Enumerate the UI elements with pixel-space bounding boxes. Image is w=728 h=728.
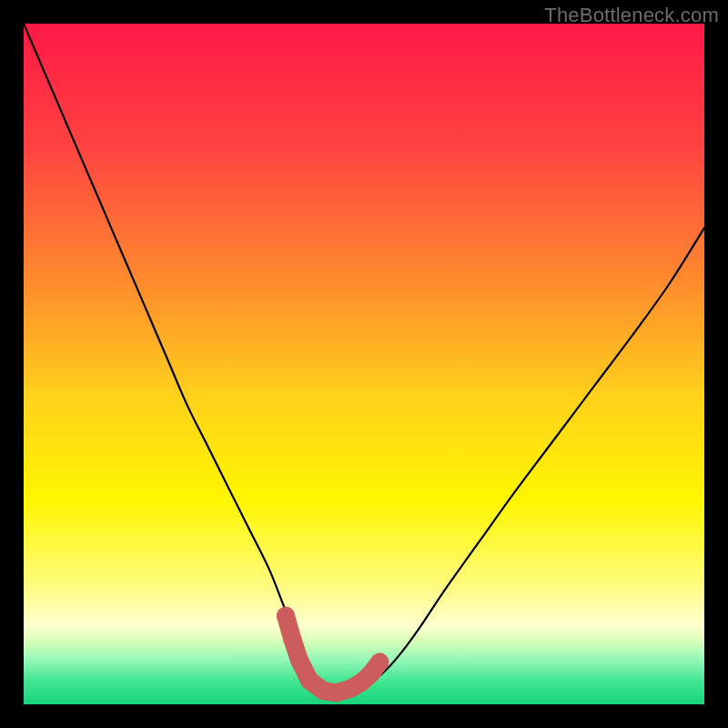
trough-dot	[290, 651, 308, 669]
chart-svg	[24, 24, 704, 704]
trough-dot	[277, 607, 295, 625]
trough-dot	[283, 631, 301, 649]
chart-frame: TheBottleneck.com	[0, 0, 728, 728]
chart-plot-area	[24, 24, 704, 704]
trough-dot	[370, 653, 389, 672]
gradient-background	[24, 24, 704, 704]
